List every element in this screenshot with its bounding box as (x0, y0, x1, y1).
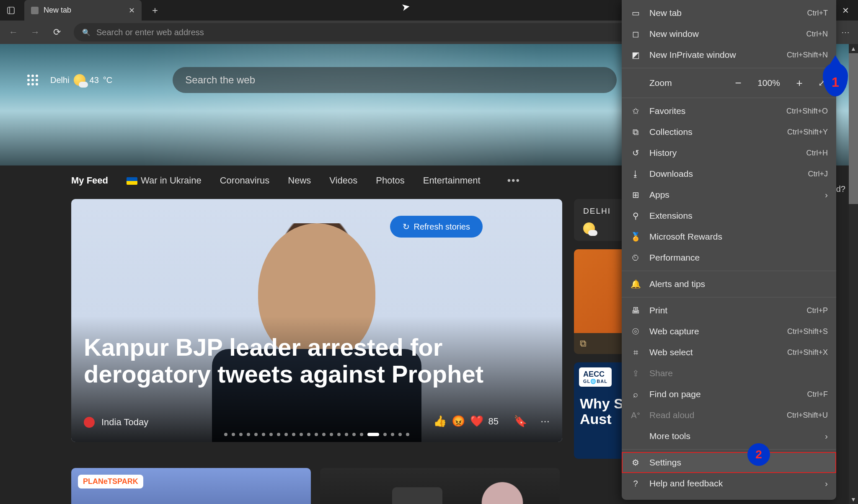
menu-item-label: Performance (649, 253, 828, 263)
menu-item-shortcut: Ctrl+H (806, 149, 828, 158)
menu-separator (622, 297, 836, 297)
menu-item-new-tab[interactable]: ▭New tabCtrl+T (622, 3, 836, 23)
menu-item-label: New InPrivate window (649, 50, 778, 60)
menu-item-extensions[interactable]: ⚲Extensions (622, 205, 836, 226)
menu-item-more-tools[interactable]: More tools› (622, 426, 836, 447)
window-close-button[interactable]: ✕ (833, 0, 858, 21)
source-name: India Today (101, 417, 148, 428)
app-launcher-button[interactable] (25, 72, 40, 88)
refresh-stories-label: Refresh stories (414, 222, 470, 232)
menu-item-icon: ◩ (630, 50, 641, 60)
menu-item-help-and-feedback[interactable]: ?Help and feedback› (622, 473, 836, 494)
carousel-dots[interactable] (224, 433, 409, 436)
weather-location: Delhi (50, 75, 70, 85)
story-thumb-2[interactable]: HT (320, 468, 560, 504)
menu-item-label: Share (649, 368, 828, 378)
menu-item-label: Downloads (649, 169, 799, 179)
menu-item-print[interactable]: 🖶PrintCtrl+P (622, 300, 836, 321)
weather-temperature: 43 (90, 75, 99, 85)
tab-favicon (31, 7, 39, 14)
ad-logo: AECCGL🌐BAL (579, 367, 612, 387)
menu-item-history[interactable]: ↺HistoryCtrl+H (622, 142, 836, 163)
angry-icon: 😡 (452, 415, 465, 428)
menu-item-microsoft-rewards[interactable]: 🏅Microsoft Rewards (622, 226, 836, 247)
scrollbar-thumb[interactable] (849, 53, 858, 204)
menu-item-icon: 🔔 (630, 279, 641, 289)
refresh-stories-button[interactable]: ↻ Refresh stories (390, 216, 483, 238)
web-search-box[interactable] (173, 67, 617, 93)
menu-item-shortcut: Ctrl+T (807, 9, 828, 18)
menu-item-icon: ⭳ (630, 169, 641, 179)
menu-item-favorites[interactable]: ✩FavoritesCtrl+Shift+O (622, 101, 836, 121)
chevron-right-icon: › (825, 190, 828, 200)
new-tab-button[interactable]: + (146, 1, 164, 20)
tab-close-button[interactable]: ✕ (129, 6, 135, 15)
feed-tab-war-in-ukraine[interactable]: War in Ukraine (127, 175, 202, 186)
source-badge-icon (84, 417, 95, 428)
menu-item-collections[interactable]: ⧉CollectionsCtrl+Shift+Y (622, 121, 836, 142)
menu-item-icon: 🖶 (630, 306, 641, 315)
menu-item-icon: ⦾ (630, 327, 641, 336)
feed-tab-entertainment[interactable]: Entertainment (423, 175, 481, 186)
zoom-out-button[interactable]: − (731, 77, 746, 90)
web-search-input[interactable] (185, 74, 604, 86)
lead-story-source[interactable]: India Today (84, 417, 148, 428)
menu-item-find-on-page[interactable]: ⌕Find on pageCtrl+F (622, 384, 836, 405)
menu-item-label: Microsoft Rewards (649, 232, 828, 242)
bookmark-icon[interactable]: 🔖 (514, 415, 527, 428)
zoom-in-button[interactable]: + (792, 77, 807, 90)
refresh-button[interactable]: ⟳ (48, 23, 66, 41)
menu-item-label: More tools (649, 431, 817, 441)
scroll-up-arrow[interactable]: ▲ (849, 44, 858, 53)
menu-zoom-row: Zoom−100%+⤢ (622, 71, 836, 95)
vertical-scrollbar[interactable]: ▲ ▼ (849, 44, 858, 504)
menu-item-shortcut: Ctrl+J (808, 170, 828, 178)
annotation-marker-1: 1 (823, 63, 848, 96)
feed-tab-my-feed[interactable]: My Feed (71, 175, 108, 186)
feed-tab-more[interactable]: ••• (507, 175, 520, 186)
menu-item-settings[interactable]: ⚙Settings (622, 452, 836, 473)
settings-and-more-button[interactable]: ⋯ (837, 24, 854, 41)
menu-item-icon: ✩ (630, 106, 641, 116)
menu-item-label: New window (649, 29, 798, 39)
menu-item-icon: ⇪ (630, 368, 641, 378)
lead-story-card[interactable]: ↻ Refresh stories Kanpur BJP leader arre… (71, 199, 562, 442)
tab-title: New tab (44, 6, 124, 15)
menu-item-label: Settings (649, 457, 828, 468)
lead-story-reactions[interactable]: 👍 😡 ❤️ 85 🔖 ⋯ (433, 415, 550, 428)
card-more-icon[interactable]: ⋯ (540, 416, 550, 427)
feed-tab-photos[interactable]: Photos (376, 175, 405, 186)
menu-item-new-inprivate-window[interactable]: ◩New InPrivate windowCtrl+Shift+N (622, 44, 836, 65)
lead-story-headline: Kanpur BJP leader arrested for derogator… (84, 334, 550, 388)
feed-tab-news[interactable]: News (288, 175, 311, 186)
menu-item-label: Alerts and tips (649, 279, 828, 289)
feed-tab-videos[interactable]: Videos (329, 175, 357, 186)
menu-item-icon: ? (630, 479, 641, 488)
browser-tab[interactable]: New tab ✕ (24, 0, 142, 21)
scroll-down-arrow[interactable]: ▼ (849, 495, 858, 504)
tab-actions-button[interactable] (0, 0, 22, 21)
menu-item-web-select[interactable]: ⌗Web selectCtrl+Shift+X (622, 342, 836, 363)
weather-icon (74, 74, 85, 86)
menu-separator (622, 449, 836, 450)
story-thumb-1[interactable]: PLANeTSPARK (71, 468, 311, 504)
menu-item-performance[interactable]: ⏲Performance (622, 247, 836, 268)
menu-item-new-window[interactable]: ◻New windowCtrl+N (622, 23, 836, 44)
weather-widget[interactable]: Delhi 43 °C (50, 74, 112, 86)
back-button[interactable]: ← (4, 23, 23, 41)
menu-item-icon: 🏅 (630, 232, 641, 242)
menu-item-icon: ⊞ (630, 190, 641, 200)
feed-tab-coronavirus[interactable]: Coronavirus (220, 175, 270, 186)
menu-item-alerts-and-tips[interactable]: 🔔Alerts and tips (622, 274, 836, 295)
menu-item-downloads[interactable]: ⭳DownloadsCtrl+J (622, 163, 836, 184)
menu-item-icon: ◻ (630, 29, 641, 39)
menu-item-apps[interactable]: ⊞Apps› (622, 184, 836, 205)
chevron-right-icon: › (825, 431, 828, 441)
refresh-icon: ↻ (403, 222, 410, 232)
forward-button[interactable]: → (26, 23, 44, 41)
menu-item-shortcut: Ctrl+P (806, 306, 828, 315)
menu-item-web-capture[interactable]: ⦾Web captureCtrl+Shift+S (622, 321, 836, 342)
personalize-peek[interactable]: d? (836, 184, 845, 194)
annotation-marker-2: 2 (747, 443, 770, 466)
ad-headline: Why SAust (580, 396, 623, 427)
